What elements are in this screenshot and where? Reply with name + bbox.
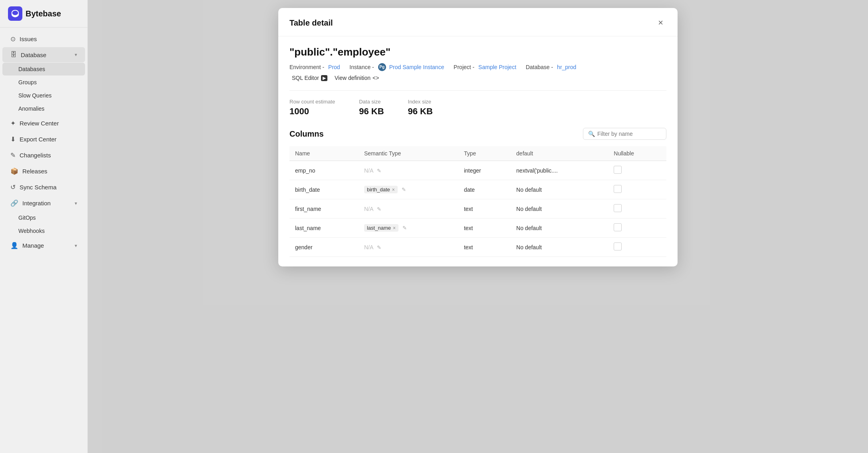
database-arrow: ▾ [75,52,77,58]
sql-editor-label: SQL Editor [292,75,319,81]
nullable-checkbox[interactable] [614,223,622,231]
divider-1 [289,90,666,91]
instance-db-icon: Pg [378,63,386,71]
sidebar-item-manage-label: Manage [22,242,44,249]
na-label: N/A [364,206,373,212]
cell-default: nextval('public.... [511,161,608,180]
table-row: birth_date birth_date × ✎dateNo default [289,180,666,199]
nullable-checkbox[interactable] [614,242,622,250]
view-definition-label: View definition [335,75,371,81]
filter-by-name-input[interactable] [597,131,661,137]
table-row: genderN/A ✎textNo default [289,238,666,257]
col-header-nullable: Nullable [608,146,666,161]
sidebar-item-sync-schema[interactable]: ↺ Sync Schema [2,179,85,195]
cell-nullable [608,161,666,180]
modal-title: Table detail [289,18,333,28]
cell-type: text [458,199,511,219]
sidebar-subitem-groups[interactable]: Groups [2,76,85,89]
cell-nullable [608,219,666,238]
table-head: Name Semantic Type Type default Nullable [289,146,666,161]
integration-icon: 🔗 [10,199,18,207]
na-label: N/A [364,244,373,250]
instance-link[interactable]: Prod Sample Instance [389,64,444,70]
cell-type: date [458,180,511,199]
edit-semantic-icon[interactable]: ✎ [402,187,406,193]
project-label: Project - [454,64,476,70]
cell-type: text [458,238,511,257]
col-header-default: default [511,146,608,161]
cell-semantic-type: last_name × ✎ [359,219,458,238]
cell-semantic-type: N/A ✎ [359,161,458,180]
data-size-value: 96 KB [359,106,384,117]
sidebar-item-changelists[interactable]: ✎ Changelists [2,147,85,163]
cell-type: text [458,219,511,238]
cell-nullable [608,180,666,199]
stats-row: Row count estimate 1000 Data size 96 KB … [289,99,666,117]
instance-label: Instance - [349,64,375,70]
modal-overlay: Table detail × "public"."employee" Envir… [88,0,868,453]
sidebar-item-export-center[interactable]: ⬇ Export Center [2,131,85,147]
sidebar-item-review-label: Review Center [20,120,59,127]
sidebar-item-releases-label: Releases [22,168,48,175]
sidebar-item-changelists-label: Changelists [20,152,51,159]
table-row: last_name last_name × ✎textNo default [289,219,666,238]
groups-label: Groups [18,79,37,85]
cell-semantic-type: birth_date × ✎ [359,180,458,199]
sidebar-item-review-center[interactable]: ✦ Review Center [2,115,85,131]
sidebar: Bytebase ⊙ Issues 🗄 Database ▾ Databases… [0,0,88,453]
col-header-semantic-type: Semantic Type [359,146,458,161]
database-icon: 🗄 [10,51,17,58]
table-name: "public"."employee" [289,46,666,58]
sidebar-subitem-webhooks[interactable]: Webhooks [2,225,85,237]
cell-default: No default [511,238,608,257]
terminal-icon: ▶ [321,75,327,81]
code-icon: <> [373,75,379,81]
project-link[interactable]: Sample Project [478,64,516,70]
sidebar-subitem-anomalies[interactable]: Anomalies [2,102,85,115]
row-count-value: 1000 [289,106,335,117]
sidebar-item-integration[interactable]: 🔗 Integration ▾ [2,195,85,211]
nullable-checkbox[interactable] [614,166,622,174]
view-definition-action[interactable]: View definition <> [332,74,381,82]
sidebar-subitem-databases[interactable]: Databases [2,63,85,76]
sql-editor-action[interactable]: SQL Editor ▶ [289,74,330,82]
remove-semantic-btn[interactable]: × [392,187,395,193]
nullable-checkbox[interactable] [614,204,622,212]
cell-semantic-type: N/A ✎ [359,238,458,257]
columns-table: Name Semantic Type Type default Nullable… [289,146,666,257]
edit-semantic-icon[interactable]: ✎ [377,206,381,212]
database-link[interactable]: hr_prod [557,64,576,70]
remove-semantic-btn[interactable]: × [393,225,396,231]
sidebar-item-integration-label: Integration [22,200,51,207]
sidebar-item-database-label: Database [21,52,46,58]
col-header-name: Name [289,146,359,161]
cell-default: No default [511,219,608,238]
cell-name: emp_no [289,161,359,180]
sync-schema-icon: ↺ [10,183,16,191]
cell-name: birth_date [289,180,359,199]
edit-semantic-icon[interactable]: ✎ [402,225,407,231]
logo-area: Bytebase [0,0,87,28]
cell-name: gender [289,238,359,257]
row-count-label: Row count estimate [289,99,335,105]
sidebar-item-manage[interactable]: 👤 Manage ▾ [2,238,85,253]
sidebar-item-releases[interactable]: 📦 Releases [2,163,85,179]
table-detail-modal: Table detail × "public"."employee" Envir… [278,8,678,266]
environment-link[interactable]: Prod [328,64,340,70]
columns-title: Columns [289,129,324,139]
sidebar-item-database[interactable]: 🗄 Database ▾ [2,47,85,62]
meta-row-2: SQL Editor ▶ View definition <> [289,74,666,82]
sidebar-item-issues[interactable]: ⊙ Issues [2,31,85,47]
edit-semantic-icon[interactable]: ✎ [377,244,381,250]
stat-index-size: Index size 96 KB [408,99,433,117]
sidebar-subitem-gitops[interactable]: GitOps [2,211,85,224]
semantic-tag: birth_date × [364,186,398,193]
edit-semantic-icon[interactable]: ✎ [377,168,381,174]
sidebar-subitem-slow-queries[interactable]: Slow Queries [2,89,85,102]
review-center-icon: ✦ [10,119,16,127]
nullable-checkbox[interactable] [614,185,622,193]
close-button[interactable]: × [655,16,666,30]
modal-header: Table detail × [278,8,678,36]
changelists-icon: ✎ [10,151,16,159]
filter-input-wrapper[interactable]: 🔍 [583,128,666,140]
